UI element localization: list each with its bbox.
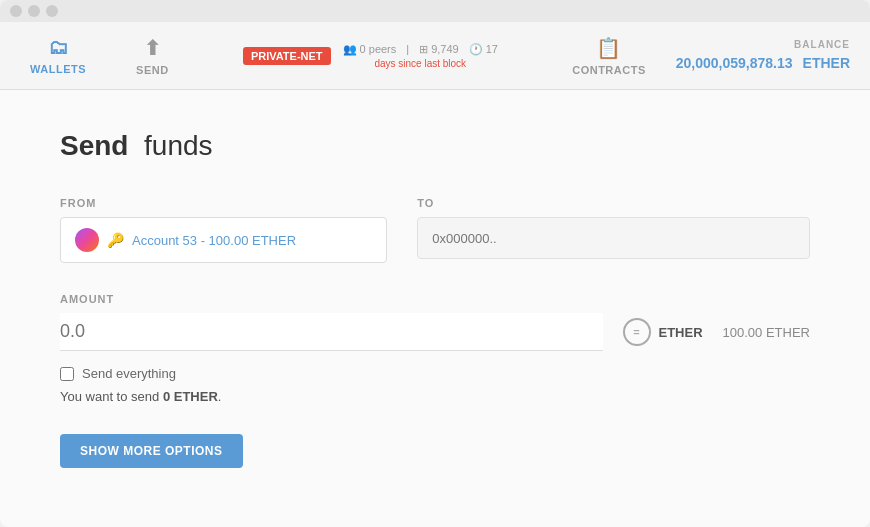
from-to-section: FROM 🔑 Account 53 - 100.00 ETHER TO [60, 197, 810, 263]
clock-count: 17 [486, 43, 498, 55]
amount-label: AMOUNT [60, 293, 810, 305]
network-info: 👥 0 peers | ⊞ 9,749 🕐 17 days since last… [343, 43, 498, 69]
nav-contracts[interactable]: 📋 CONTRACTS [562, 28, 656, 84]
contracts-icon: 📋 [596, 36, 622, 60]
send-summary: You want to send 0 ETHER. [60, 389, 810, 404]
nav-center: PRIVATE-NET 👥 0 peers | ⊞ 9,749 🕐 17 day… [179, 43, 563, 69]
peers-count: 0 peers [360, 43, 397, 55]
balance-display: 20,000,059,878.13 ETHER [676, 52, 850, 73]
main-content: Send funds FROM 🔑 Account 53 - 100.00 ET… [0, 90, 870, 527]
navbar: 🗂 WALLETS ⬆ SEND PRIVATE-NET 👥 0 peers |… [0, 22, 870, 90]
page-title: Send funds [60, 130, 810, 162]
window-chrome [0, 0, 870, 22]
currency-name: ETHER [659, 325, 703, 340]
blocks-count: 9,749 [431, 43, 459, 55]
currency-icon: = [623, 318, 651, 346]
nav-wallets[interactable]: 🗂 WALLETS [20, 28, 96, 83]
to-input[interactable] [417, 217, 810, 259]
balance-currency: ETHER [803, 55, 850, 71]
show-more-button[interactable]: SHOW MORE OPTIONS [60, 434, 243, 468]
summary-prefix: You want to send [60, 389, 163, 404]
blocks-icon: ⊞ [419, 43, 428, 56]
blocks-stat: ⊞ 9,749 [419, 43, 459, 56]
traffic-lights [10, 5, 58, 17]
balance-label: BALANCE [794, 39, 850, 50]
wallets-label: WALLETS [30, 63, 86, 75]
balance-amount: 20,000,059,878.13 [676, 55, 793, 71]
account-avatar [75, 228, 99, 252]
summary-suffix: . [218, 389, 222, 404]
send-everything-checkbox[interactable] [60, 367, 74, 381]
balance-section: BALANCE 20,000,059,878.13 ETHER [676, 39, 850, 73]
clock-icon: 🕐 [469, 43, 483, 56]
max-amount: 100.00 ETHER [723, 325, 810, 340]
send-everything-label: Send everything [82, 366, 176, 381]
nav-send[interactable]: ⬆ SEND [126, 28, 179, 84]
to-group: TO [417, 197, 810, 263]
from-selector[interactable]: 🔑 Account 53 - 100.00 ETHER [60, 217, 387, 263]
amount-input-wrapper [60, 313, 603, 351]
network-stats-row: 👥 0 peers | ⊞ 9,749 🕐 17 [343, 43, 498, 56]
amount-input[interactable] [60, 313, 603, 351]
contracts-label: CONTRACTS [572, 64, 646, 76]
network-badge: PRIVATE-NET [243, 47, 331, 65]
from-group: FROM 🔑 Account 53 - 100.00 ETHER [60, 197, 387, 263]
from-label: FROM [60, 197, 387, 209]
account-name: Account 53 - 100.00 ETHER [132, 233, 296, 248]
close-button[interactable] [10, 5, 22, 17]
page-title-send: Send [60, 130, 128, 161]
peers-icon: 👥 [343, 43, 357, 56]
peers-stat: 👥 0 peers [343, 43, 397, 56]
maximize-button[interactable] [46, 5, 58, 17]
nav-left: 🗂 WALLETS ⬆ SEND [20, 28, 179, 84]
amount-row: = ETHER 100.00 ETHER [60, 313, 810, 351]
send-label: SEND [136, 64, 169, 76]
send-everything-row: Send everything [60, 366, 810, 381]
summary-amount: 0 ETHER [163, 389, 218, 404]
amount-section: AMOUNT = ETHER 100.00 ETHER [60, 293, 810, 351]
key-icon: 🔑 [107, 232, 124, 248]
divider: | [406, 43, 409, 55]
currency-display: = ETHER [623, 318, 703, 346]
minimize-button[interactable] [28, 5, 40, 17]
send-icon: ⬆ [144, 36, 162, 60]
to-label: TO [417, 197, 810, 209]
clock-stat: 🕐 17 [469, 43, 498, 56]
wallets-icon: 🗂 [48, 36, 69, 59]
page-title-funds: funds [144, 130, 213, 161]
days-since-text: days since last block [374, 58, 466, 69]
